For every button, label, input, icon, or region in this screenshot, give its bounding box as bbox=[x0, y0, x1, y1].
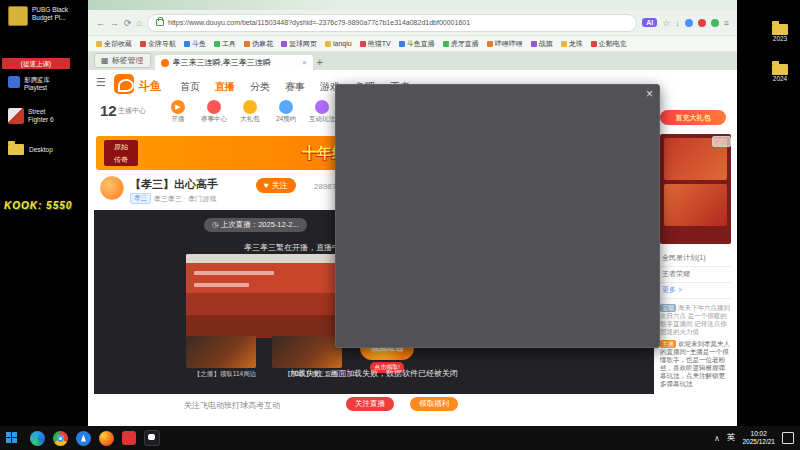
grid-icon: ▦ bbox=[101, 56, 109, 65]
quick-item-esports-center[interactable]: 赛事中心 bbox=[196, 100, 232, 124]
bookmark-item[interactable]: 战旗 bbox=[531, 39, 553, 49]
streamer-name: 【孝三】出心高手 bbox=[130, 177, 218, 192]
bookmark-favicon bbox=[325, 41, 331, 47]
bookmark-item[interactable]: 哔哩哔哩 bbox=[487, 39, 523, 49]
side-item-game[interactable]: 王者荣耀 bbox=[660, 266, 731, 283]
bookmark-item[interactable]: 斗鱼直播 bbox=[399, 39, 435, 49]
desktop-icon-label: PUBG Black Budget Pl... bbox=[32, 6, 86, 26]
reload-icon[interactable]: ⟳ bbox=[124, 18, 132, 28]
game-icon bbox=[315, 100, 329, 114]
extension-icon[interactable] bbox=[698, 19, 706, 27]
last-live-pill: ◷ 上次直播：2025-12-2... bbox=[204, 218, 307, 232]
side-ad-block[interactable] bbox=[660, 134, 731, 244]
close-tab-icon[interactable]: × bbox=[302, 58, 307, 67]
desktop-icon-class-shortcut[interactable]: (提速上课) bbox=[2, 58, 70, 69]
bookmark-item[interactable]: 龙珠 bbox=[561, 39, 583, 49]
desktop-icon-sf6[interactable]: Street Fighter 6 bbox=[8, 108, 78, 124]
follow-button[interactable]: ♥ 关注 bbox=[256, 178, 296, 193]
pubg-icon bbox=[8, 6, 28, 26]
folder-icon bbox=[772, 24, 788, 35]
sidebar-right: 首充大礼包 广告 全民星计划(1) 王者荣耀 更多 > 宝箱海天下午六点播到次日… bbox=[660, 108, 731, 414]
back-icon[interactable]: ← bbox=[96, 18, 105, 28]
douyu-logo-icon[interactable] bbox=[114, 74, 134, 94]
bookmark-item[interactable]: 企鹅电竞 bbox=[591, 39, 627, 49]
desktop-icon-desktop-folder[interactable]: Desktop bbox=[8, 144, 53, 155]
nav-item-category[interactable]: 分类 bbox=[250, 80, 270, 94]
chat-badge-host: 主播 bbox=[660, 340, 676, 348]
bookmarks-bar: 全部收藏 金牌导航 斗鱼 工具 伪麻花 篮球网页 lanqiu 熊猫TV 斗鱼直… bbox=[88, 36, 737, 52]
side-item-star-plan[interactable]: 全民星计划(1) bbox=[660, 250, 731, 267]
sf6-icon bbox=[8, 108, 24, 124]
hamburger-icon[interactable]: ☰ bbox=[96, 76, 106, 89]
close-icon[interactable]: × bbox=[646, 87, 653, 101]
desktop-icon-label: 2023 bbox=[762, 35, 798, 43]
bookmark-favicon bbox=[399, 41, 405, 47]
quick-item-giftpack[interactable]: 大礼包 bbox=[232, 100, 268, 124]
date: 2025/12/21 bbox=[742, 438, 775, 446]
player-error-message: 加载失败：画面加载失败，数据软件已经被关闭 bbox=[290, 368, 458, 379]
desktop-icon-2024[interactable]: 2024 bbox=[762, 64, 798, 83]
desktop-icon-label: 2024 bbox=[762, 75, 798, 83]
folder-icon bbox=[8, 144, 24, 155]
folder-icon bbox=[772, 64, 788, 75]
desktop-icon-label: 影腾监库 Playtest bbox=[24, 76, 74, 92]
desktop-icon-playtest[interactable]: 影腾监库 Playtest bbox=[8, 76, 74, 92]
notification-center-icon[interactable] bbox=[782, 432, 794, 444]
quick-item-broadcast[interactable]: ▶开播 bbox=[160, 100, 196, 124]
bookmark-item[interactable]: 全部收藏 bbox=[96, 39, 132, 49]
nav-item-esports[interactable]: 赛事 bbox=[285, 80, 305, 94]
chat-badge: 宝箱 bbox=[660, 304, 676, 312]
taskbar-kook-icon[interactable] bbox=[144, 430, 160, 446]
follow-live-button[interactable]: 关注直播 bbox=[346, 397, 394, 411]
desktop-icon-2023[interactable]: 2023 bbox=[762, 24, 798, 43]
extension-icon[interactable] bbox=[711, 19, 719, 27]
claim-bonus-button[interactable]: 领取福利 bbox=[410, 397, 458, 411]
quick-icons-row: ▶开播 赛事中心 大礼包 24预约 互动玩法 bbox=[160, 100, 340, 124]
extension-icon[interactable] bbox=[685, 19, 693, 27]
taskbar-firefox-icon[interactable] bbox=[99, 431, 114, 446]
tab-active[interactable]: 孝三来三连瞬,孝三孝三连瞬 × bbox=[155, 55, 313, 70]
taskbar-browser-icon[interactable] bbox=[76, 431, 91, 446]
nav-item-home[interactable]: 首页 bbox=[180, 80, 200, 94]
language-indicator[interactable]: 英 bbox=[727, 432, 736, 444]
bookmark-item[interactable]: 熊猫TV bbox=[360, 39, 391, 49]
bookmark-item[interactable]: 虎牙直播 bbox=[443, 39, 479, 49]
player-thumb-1[interactable]: 【之播】领取114周边 bbox=[186, 336, 264, 379]
bookmark-item[interactable]: 金牌导航 bbox=[140, 39, 176, 49]
ai-assistant-button[interactable]: AI bbox=[642, 18, 657, 27]
taskbar: ∧ 英 10:02 2025/12/21 bbox=[0, 426, 800, 450]
nav-item-live[interactable]: 直播 bbox=[215, 80, 235, 94]
forward-icon[interactable]: → bbox=[110, 18, 119, 28]
taskbar-chrome-icon[interactable] bbox=[53, 431, 68, 446]
home-icon[interactable]: ⌂ bbox=[137, 18, 142, 28]
new-tab-button[interactable]: + bbox=[317, 56, 323, 68]
bookmark-item[interactable]: 篮球网页 bbox=[281, 39, 317, 49]
clock[interactable]: 10:02 2025/12/21 bbox=[742, 430, 775, 446]
menu-icon[interactable]: ≡ bbox=[724, 18, 729, 28]
bookmark-item[interactable]: lanqiu bbox=[325, 40, 352, 47]
side-item-more[interactable]: 更多 > bbox=[660, 282, 731, 299]
time: 10:02 bbox=[742, 430, 775, 438]
tray-expand-icon[interactable]: ∧ bbox=[714, 434, 720, 443]
desktop-icon-pubg[interactable]: PUBG Black Budget Pl... bbox=[8, 6, 86, 26]
thumbnail-image bbox=[186, 336, 256, 368]
bookmark-item[interactable]: 工具 bbox=[214, 39, 236, 49]
taskbar-edge-icon[interactable] bbox=[30, 431, 45, 446]
tab-manager-button[interactable]: ▦ 标签管理 bbox=[94, 53, 151, 68]
streamer-avatar[interactable] bbox=[100, 176, 124, 200]
douyu-logo-text[interactable]: 斗鱼 bbox=[138, 78, 162, 95]
start-button[interactable] bbox=[6, 432, 18, 444]
bookmark-item[interactable]: 伪麻花 bbox=[244, 39, 273, 49]
address-bar[interactable]: https://www.douyu.com/beta/11503448?dysh… bbox=[147, 14, 637, 32]
browser-titlebar bbox=[88, 0, 737, 10]
streamer-subtitle: 孝三孝三 · 孝门游戏 bbox=[154, 194, 216, 204]
bookmark-item[interactable]: 斗鱼 bbox=[184, 39, 206, 49]
screen: PUBG Black Budget Pl... (提速上课) 影腾监库 Play… bbox=[0, 0, 800, 450]
bookmark-star-icon[interactable]: ☆ bbox=[662, 18, 670, 28]
download-icon[interactable]: ↓ bbox=[675, 18, 680, 28]
quick-item-reserve[interactable]: 24预约 bbox=[268, 100, 304, 124]
anchor-center-label[interactable]: 主播中心 bbox=[118, 106, 146, 116]
calendar-icon bbox=[279, 100, 293, 114]
taskbar-red-app-icon[interactable] bbox=[122, 431, 136, 445]
first-charge-promo-button[interactable]: 首充大礼包 bbox=[660, 110, 726, 125]
